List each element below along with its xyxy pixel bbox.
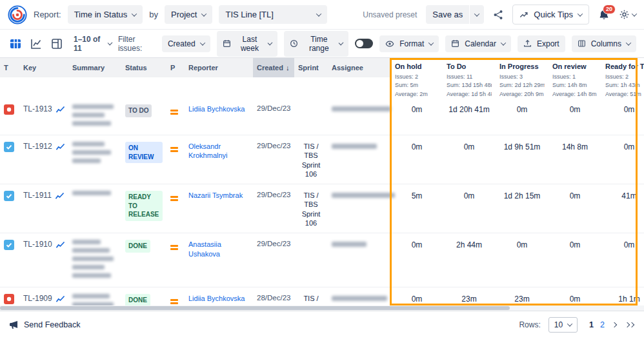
next-page-button[interactable]: [611, 322, 618, 328]
last-page-button[interactable]: [624, 322, 635, 328]
issue-range-dropdown[interactable]: 1–10 of 11: [74, 35, 112, 53]
chart-view-icon[interactable]: [28, 36, 44, 52]
issue-key-link[interactable]: TL-1913: [23, 104, 52, 113]
created-label: Created: [257, 64, 283, 72]
created-cell: 29/Dec/23: [253, 233, 294, 253]
period-dropdown[interactable]: Last week: [217, 31, 278, 57]
summary-cell: [68, 98, 121, 135]
status-sum: Sum: 5m: [395, 81, 439, 90]
page-2-button[interactable]: 2: [600, 320, 605, 329]
status-column-header[interactable]: On hold Issues: 2 Sum: 5m Average: 2m: [391, 58, 443, 98]
columns-dropdown[interactable]: Columns: [572, 35, 636, 52]
table-row: TL-1913 TO DO Lidiia Bychkovska 29/Dec/2…: [0, 98, 644, 135]
reporter-link[interactable]: Anastasiia Ushakova: [188, 240, 249, 258]
rows-per-page-value: 10: [554, 320, 563, 329]
table-header-row: T Key Summary Status P Reporter Created …: [0, 58, 644, 98]
gear-icon: [619, 9, 630, 20]
chevron-down-icon: [201, 11, 206, 16]
reporter-link[interactable]: Oleksandr Krokhmalnyi: [188, 142, 249, 160]
format-dropdown[interactable]: Format: [379, 35, 439, 52]
horizontal-scrollbar[interactable]: [0, 305, 644, 311]
col-header-reporter[interactable]: Reporter: [185, 58, 253, 77]
filter-field-value: Created: [168, 39, 196, 48]
filter-field-dropdown[interactable]: Created: [162, 35, 210, 52]
board-view-icon[interactable]: [49, 36, 65, 52]
issue-chart-icon[interactable]: [55, 191, 65, 200]
status-average: Average: 2m: [395, 90, 439, 99]
col-header-status[interactable]: Status: [121, 58, 166, 77]
view-toggle[interactable]: [355, 39, 373, 48]
calendar-icon: [223, 39, 231, 48]
export-button[interactable]: Export: [518, 35, 565, 52]
issue-chart-icon[interactable]: [55, 105, 65, 113]
rows-per-page-dropdown[interactable]: 10: [548, 317, 578, 333]
time-in-status-value: 14h 8m: [548, 135, 601, 157]
notifications-button[interactable]: 20: [598, 9, 610, 21]
issue-key-link[interactable]: TL-1909: [23, 294, 52, 303]
time-in-status-value: 0m: [443, 135, 496, 157]
reporter-link[interactable]: Lidiia Bychkovska: [188, 104, 245, 113]
chevron-right-icon: [612, 322, 617, 327]
chevron-right-icon: [629, 322, 634, 327]
pagination: 1 2: [589, 320, 635, 329]
report-type-dropdown[interactable]: Time in Status: [68, 5, 143, 24]
status-column-header[interactable]: On review Issues: 1 Sum: 14h 8m Average:…: [548, 58, 601, 98]
chevron-down-icon: [339, 40, 344, 45]
status-cell: TO DO: [121, 98, 166, 122]
col-header-summary[interactable]: Summary: [68, 58, 121, 77]
chevron-down-icon: [268, 40, 273, 45]
status-column-header[interactable]: In Progress Issues: 3 Sum: 2d 12h 29m Av…: [496, 58, 548, 98]
reporter-link[interactable]: Nazarii Tsymbrak: [188, 191, 243, 200]
quick-tips-button[interactable]: Quick Tips: [512, 5, 589, 24]
rows-label: Rows:: [519, 320, 540, 329]
time-range-dropdown[interactable]: Time range: [284, 31, 348, 57]
by-label: by: [149, 10, 158, 19]
settings-button[interactable]: [619, 9, 636, 20]
send-feedback-button[interactable]: Send Feedback: [9, 320, 81, 330]
status-column-name: To Do: [447, 61, 492, 72]
chevron-down-icon: [316, 11, 321, 16]
issue-chart-icon[interactable]: [55, 295, 65, 303]
project-dropdown[interactable]: TIS Line [TL]: [219, 5, 327, 24]
type-cell: [0, 184, 19, 208]
chevron-down-icon: [132, 11, 137, 16]
col-header-assignee[interactable]: Assignee: [328, 58, 391, 77]
assignee-cell: [328, 98, 391, 117]
assignee-redacted: [332, 193, 395, 198]
issue-key-link[interactable]: TL-1911: [23, 191, 52, 200]
save-as-menu-button[interactable]: [470, 5, 484, 24]
toolbar-right: Format Calendar Export Columns: [355, 35, 636, 52]
type-cell: [0, 233, 19, 257]
summary-redacted: [72, 104, 117, 126]
col-header-type[interactable]: T: [0, 58, 19, 77]
issue-key-link[interactable]: TL-1910: [23, 240, 52, 249]
app-logo[interactable]: [8, 5, 27, 24]
time-in-status-value: 0m: [391, 98, 443, 119]
issue-key-link[interactable]: TL-1912: [23, 142, 52, 151]
page-1-button[interactable]: 1: [589, 320, 594, 329]
table-view-icon[interactable]: [8, 36, 23, 52]
group-by-dropdown[interactable]: Project: [165, 5, 212, 24]
status-column-header[interactable]: Ready for Tes Issues: 2 Sum: 1h 43m Aver…: [601, 58, 644, 98]
status-badge: ON REVIEW: [125, 142, 163, 163]
share-icon[interactable]: [493, 10, 503, 20]
issue-chart-icon[interactable]: [55, 142, 65, 151]
issue-chart-icon[interactable]: [55, 240, 65, 249]
col-header-created[interactable]: Created ↓: [253, 58, 294, 77]
status-column-header[interactable]: To Do Issues: 11 Sum: 13d 15h 48m Averag…: [443, 58, 496, 98]
calendar-dropdown[interactable]: Calendar: [445, 35, 511, 52]
calendar-label: Calendar: [465, 39, 496, 48]
scrollbar-thumb[interactable]: [0, 306, 510, 310]
col-header-key[interactable]: Key: [19, 58, 68, 77]
col-header-priority[interactable]: P: [166, 58, 185, 77]
status-average: Average: 14h 8m: [552, 90, 598, 99]
time-in-status-value: 2h 44m: [443, 233, 496, 255]
col-header-sprint[interactable]: Sprint: [294, 58, 328, 77]
sprint-cell: [294, 98, 328, 110]
time-in-status-value: 0m: [391, 233, 443, 255]
created-cell: 29/Dec/23: [253, 184, 294, 204]
assignee-redacted: [332, 106, 391, 111]
reporter-link[interactable]: Lidiia Bychkovska: [188, 294, 245, 303]
save-as-button[interactable]: Save as: [426, 5, 469, 24]
reporter-cell: Oleksandr Krokhmalnyi: [185, 135, 253, 166]
